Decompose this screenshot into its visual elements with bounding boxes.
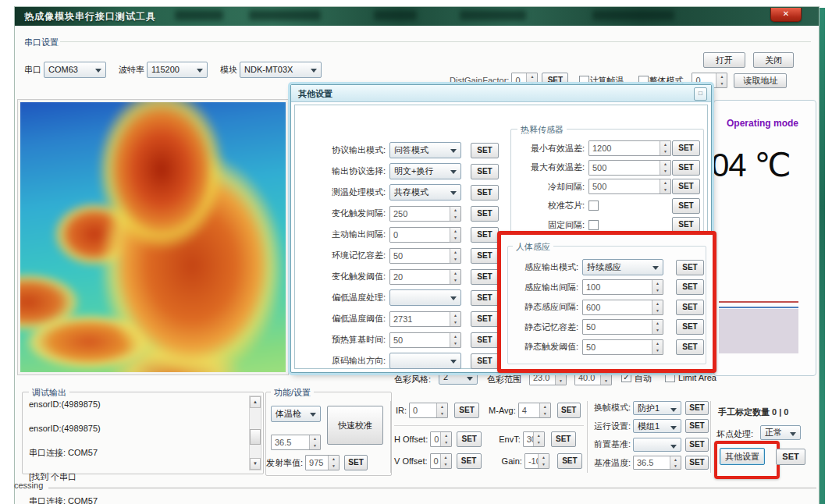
scroll-thumb[interactable]	[250, 429, 261, 445]
change-trigger-interval-spinner[interactable]: 250	[389, 206, 461, 222]
ir-set-button[interactable]: SET	[454, 403, 479, 418]
set-button[interactable]: SET	[471, 185, 499, 201]
window-close-button[interactable]: ✕	[770, 8, 802, 22]
other-settings-button[interactable]: 其他设置	[720, 448, 765, 465]
env-memory-tolerance-spinner[interactable]: 50	[389, 248, 461, 264]
set-button[interactable]: SET	[672, 198, 700, 214]
max-valid-delta-spinner[interactable]: 500	[588, 160, 671, 176]
static-trigger-threshold-spinner[interactable]: 50	[582, 339, 663, 355]
set-button[interactable]: SET	[471, 206, 499, 222]
frame-mode-select[interactable]: 防护1	[633, 401, 681, 415]
set-button[interactable]: SET	[676, 260, 704, 275]
set-button[interactable]: SET	[672, 160, 700, 176]
spinner-buttons[interactable]	[539, 403, 550, 417]
measure-mode-select[interactable]: 体温枪	[271, 406, 321, 422]
sensing-output-mode-select[interactable]: 持续感应	[582, 259, 663, 275]
set-button[interactable]: SET	[471, 353, 499, 369]
set-button[interactable]: SET	[685, 401, 709, 415]
min-valid-delta-spinner[interactable]: 1200	[588, 140, 671, 156]
hoffset-set-button[interactable]: SET	[457, 431, 482, 447]
gain-spinner[interactable]: -10	[524, 453, 549, 469]
quick-calibrate-button[interactable]: 快速校准	[327, 406, 383, 445]
set-button[interactable]: SET	[685, 438, 709, 452]
spinner-buttons[interactable]	[440, 454, 451, 468]
scroll-down-icon[interactable]: ▼	[250, 458, 261, 470]
voffset-spinner[interactable]: 0	[430, 453, 452, 469]
output-protocol-select[interactable]: 明文+换行	[389, 163, 461, 179]
protocol-output-mode-select[interactable]: 问答模式	[389, 142, 461, 158]
set-button[interactable]: SET	[471, 269, 499, 285]
set-button[interactable]: SET	[672, 140, 700, 156]
spinner-buttons[interactable]	[538, 454, 549, 468]
set-button[interactable]: SET	[685, 419, 709, 433]
gain-set-button[interactable]: SET	[557, 453, 582, 469]
mavg-set-button[interactable]: SET	[557, 403, 581, 418]
change-trigger-threshold-spinner[interactable]: 20	[389, 269, 461, 285]
log-scrollbar[interactable]: ▲ ▼	[249, 396, 261, 470]
set-button[interactable]: SET	[471, 164, 499, 179]
emissivity-set-button[interactable]: SET	[344, 455, 368, 470]
auto-checkbox[interactable]: ✓	[621, 372, 631, 382]
static-memory-tolerance-spinner[interactable]: 50	[582, 319, 663, 335]
window-titlebar[interactable]: 热成像模块串行接口测试工具 ✕	[15, 7, 819, 26]
spinner-buttons[interactable]	[660, 141, 670, 155]
module-select[interactable]: NDK-MT03X	[240, 62, 322, 78]
envt-spinner[interactable]: 30	[523, 431, 545, 447]
voffset-set-button[interactable]: SET	[457, 453, 482, 469]
set-button[interactable]: SET	[685, 456, 709, 470]
spinner-buttons[interactable]	[660, 161, 670, 175]
run-setting-select[interactable]: 模组1	[633, 419, 681, 433]
low-temp-process-select[interactable]	[389, 289, 461, 306]
spinner-buttons[interactable]	[652, 280, 663, 294]
close-port-button[interactable]: 关闭	[753, 52, 794, 68]
hoffset-spinner[interactable]: 0	[430, 431, 452, 447]
spinner-buttons[interactable]	[670, 456, 681, 469]
low-temp-threshold-spinner[interactable]: 2731	[389, 311, 461, 327]
limit-area-checkbox[interactable]	[665, 372, 675, 382]
spinner-buttons[interactable]	[660, 179, 670, 193]
spinner-buttons[interactable]	[440, 432, 451, 446]
set-button[interactable]: SET	[676, 339, 704, 355]
mavg-spinner[interactable]: 4	[518, 403, 551, 418]
read-address-button[interactable]: 读取地址	[734, 73, 787, 88]
manual-set-button[interactable]: SET	[776, 449, 805, 465]
set-button[interactable]: SET	[471, 311, 499, 327]
open-port-button[interactable]: 打开	[703, 52, 745, 68]
sensing-output-interval-spinner[interactable]: 100	[582, 279, 663, 295]
spinner-buttons[interactable]	[450, 270, 460, 284]
spinner-buttons[interactable]	[450, 312, 460, 326]
front-base-select[interactable]	[633, 438, 681, 452]
baud-select[interactable]: 115200	[147, 62, 208, 78]
spinner-buttons[interactable]	[716, 73, 727, 87]
set-button[interactable]: SET	[471, 143, 499, 158]
raw-output-direction-select[interactable]	[389, 353, 461, 369]
temp-process-mode-select[interactable]: 共存模式	[389, 184, 461, 201]
spinner-buttons[interactable]	[450, 333, 460, 347]
set-button[interactable]: SET	[676, 300, 704, 315]
spinner-buttons[interactable]	[450, 249, 460, 263]
spinner-buttons[interactable]	[309, 435, 320, 449]
fixed-interval-checkbox[interactable]	[588, 220, 599, 230]
set-button[interactable]: SET	[471, 332, 499, 348]
set-button[interactable]: SET	[471, 248, 499, 264]
set-button[interactable]: SET	[471, 227, 499, 243]
badpixel-select[interactable]: 正常	[760, 425, 801, 440]
active-output-interval-spinner[interactable]: 0	[389, 227, 461, 243]
spinner-buttons[interactable]	[450, 207, 460, 221]
emissivity-spinner[interactable]: 975	[305, 455, 340, 470]
ref-temp-spinner[interactable]: 36.5	[271, 435, 321, 450]
envt-set-button[interactable]: SET	[551, 431, 576, 447]
port-select[interactable]: COM63	[44, 62, 106, 78]
spinner-buttons[interactable]	[533, 432, 544, 446]
spinner-buttons[interactable]	[450, 228, 460, 242]
set-button[interactable]: SET	[672, 179, 700, 194]
dialog-close-button[interactable]: □	[694, 87, 707, 101]
calibrate-chip-checkbox[interactable]	[588, 201, 599, 211]
set-button[interactable]: SET	[471, 290, 499, 306]
warmup-base-time-spinner[interactable]: 50	[389, 332, 461, 348]
scroll-up-icon[interactable]: ▲	[250, 396, 261, 408]
dialog-titlebar[interactable]: 其他设置 □	[291, 85, 711, 102]
cooldown-interval-spinner[interactable]: 500	[588, 179, 671, 194]
base-temp-spinner[interactable]: 36.5	[633, 456, 681, 470]
set-button[interactable]: SET	[676, 319, 704, 335]
